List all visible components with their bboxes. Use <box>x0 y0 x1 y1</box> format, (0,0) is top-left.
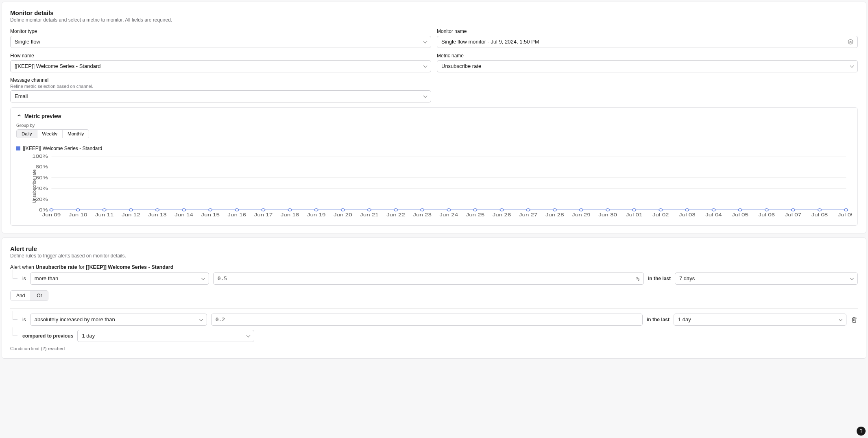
svg-text:Jun 12: Jun 12 <box>122 212 140 217</box>
svg-point-37 <box>368 209 371 211</box>
svg-point-15 <box>76 209 79 211</box>
svg-text:20%: 20% <box>36 197 48 202</box>
svg-text:Jun 23: Jun 23 <box>413 212 432 217</box>
svg-point-45 <box>473 209 477 211</box>
svg-point-69 <box>792 209 795 211</box>
svg-text:Jun 11: Jun 11 <box>95 212 114 217</box>
svg-text:Jun 15: Jun 15 <box>201 212 220 217</box>
svg-point-21 <box>156 209 159 211</box>
operator-select-2[interactable]: absolutely increased by more than <box>30 314 207 326</box>
svg-point-55 <box>606 209 609 211</box>
svg-text:Jul 02: Jul 02 <box>652 212 669 217</box>
svg-point-17 <box>103 209 106 211</box>
compared-row: compared to previous 1 day <box>10 330 858 342</box>
alert-rule-title: Alert rule <box>10 245 858 252</box>
is-label: is <box>22 317 26 323</box>
svg-point-65 <box>739 209 742 211</box>
time-window-select-2[interactable]: 1 day <box>674 314 846 326</box>
svg-text:Jul 09: Jul 09 <box>838 212 852 217</box>
monitor-name-input[interactable]: Single flow monitor - Jul 9, 2024, 1:50 … <box>437 36 858 48</box>
svg-text:Jul 07: Jul 07 <box>785 212 802 217</box>
svg-text:Jul 06: Jul 06 <box>758 212 775 217</box>
svg-point-33 <box>315 209 318 211</box>
group-by-daily[interactable]: Daily <box>17 130 37 138</box>
time-window-select[interactable]: 7 days <box>675 272 858 285</box>
svg-text:Jun 17: Jun 17 <box>254 212 273 217</box>
svg-text:Jun 29: Jun 29 <box>572 212 591 217</box>
legend-swatch <box>16 146 20 150</box>
flow-name-label: Flow name <box>10 53 431 59</box>
svg-point-67 <box>765 209 768 211</box>
flow-name-select[interactable]: [[KEEP]] Welcome Series - Standard <box>10 60 431 72</box>
svg-point-53 <box>580 209 583 211</box>
svg-point-27 <box>235 209 238 211</box>
and-button[interactable]: And <box>11 291 31 301</box>
group-by-label: Group by <box>16 123 852 128</box>
threshold-input[interactable]: 0.5 % <box>213 272 644 285</box>
svg-text:Jun 16: Jun 16 <box>227 212 246 217</box>
group-by-monthly[interactable]: Monthly <box>63 130 89 138</box>
in-last-label: in the last <box>648 276 671 281</box>
svg-text:Jul 03: Jul 03 <box>679 212 696 217</box>
in-last-label: in the last <box>647 317 670 323</box>
condition-row-1: is more than 0.5 % in the last 7 days <box>10 272 858 285</box>
chart-legend: [[KEEP]] Welcome Series - Standard <box>16 146 852 151</box>
alert-rule-subtitle: Define rules to trigger alerts based on … <box>10 253 858 259</box>
is-label: is <box>22 276 26 281</box>
group-by-segmented: Daily Weekly Monthly <box>16 129 89 138</box>
monitor-type-label: Monitor type <box>10 28 431 34</box>
monitor-name-label: Monitor name <box>437 28 858 34</box>
svg-point-41 <box>421 209 424 211</box>
svg-text:80%: 80% <box>36 164 48 169</box>
svg-point-73 <box>844 209 848 211</box>
svg-point-31 <box>288 209 291 211</box>
message-channel-label: Message channel <box>10 77 431 83</box>
alert-lead-sentence: Alert when Unsubscribe rate for [[KEEP]]… <box>10 264 858 270</box>
metric-preview-panel: Metric preview Group by Daily Weekly Mon… <box>10 107 858 226</box>
svg-point-29 <box>262 209 265 211</box>
svg-point-61 <box>685 209 689 211</box>
y-axis-label: Unsubscribe rate <box>32 169 37 203</box>
threshold-input-2[interactable]: 0.2 <box>211 314 643 326</box>
svg-text:40%: 40% <box>36 186 48 191</box>
svg-text:Jun 10: Jun 10 <box>69 212 87 217</box>
svg-text:Jun 26: Jun 26 <box>493 212 511 217</box>
condition-row-2: is absolutely increased by more than 0.2… <box>10 314 858 326</box>
svg-point-25 <box>209 209 212 211</box>
group-by-weekly[interactable]: Weekly <box>37 130 63 138</box>
svg-point-13 <box>50 209 53 211</box>
trash-icon[interactable] <box>851 316 858 323</box>
svg-point-19 <box>129 209 133 211</box>
metric-name-label: Metric name <box>437 53 858 59</box>
operator-select[interactable]: more than <box>30 272 209 285</box>
svg-text:Jun 22: Jun 22 <box>386 212 405 217</box>
svg-point-71 <box>818 209 821 211</box>
svg-point-39 <box>394 209 397 211</box>
svg-text:Jul 05: Jul 05 <box>732 212 748 217</box>
or-button[interactable]: Or <box>31 291 48 301</box>
alert-rule-card: Alert rule Define rules to trigger alert… <box>2 238 866 359</box>
svg-point-23 <box>182 209 185 211</box>
svg-text:Jun 14: Jun 14 <box>174 212 193 217</box>
clear-icon[interactable] <box>848 39 853 45</box>
message-channel-select[interactable]: Email <box>10 90 431 102</box>
svg-text:Jun 18: Jun 18 <box>281 212 299 217</box>
svg-text:Jun 27: Jun 27 <box>519 212 538 217</box>
metric-preview-toggle[interactable]: Metric preview <box>16 113 852 120</box>
svg-point-57 <box>632 209 636 211</box>
svg-text:Jun 24: Jun 24 <box>439 212 458 217</box>
chevron-up-icon <box>16 113 22 120</box>
svg-point-35 <box>341 209 345 211</box>
svg-text:Jun 21: Jun 21 <box>360 212 379 217</box>
metric-name-select[interactable]: Unsubscribe rate <box>437 60 858 72</box>
svg-text:Jul 04: Jul 04 <box>705 212 722 217</box>
compared-label: compared to previous <box>22 333 73 339</box>
svg-text:60%: 60% <box>36 175 48 180</box>
and-or-toggle: And Or <box>10 290 48 301</box>
svg-point-43 <box>447 209 450 211</box>
svg-text:0%: 0% <box>39 207 48 212</box>
monitor-type-select[interactable]: Single flow <box>10 36 431 48</box>
compared-previous-select[interactable]: 1 day <box>77 330 254 342</box>
svg-text:Jun 25: Jun 25 <box>466 212 485 217</box>
svg-text:Jun 19: Jun 19 <box>307 212 326 217</box>
